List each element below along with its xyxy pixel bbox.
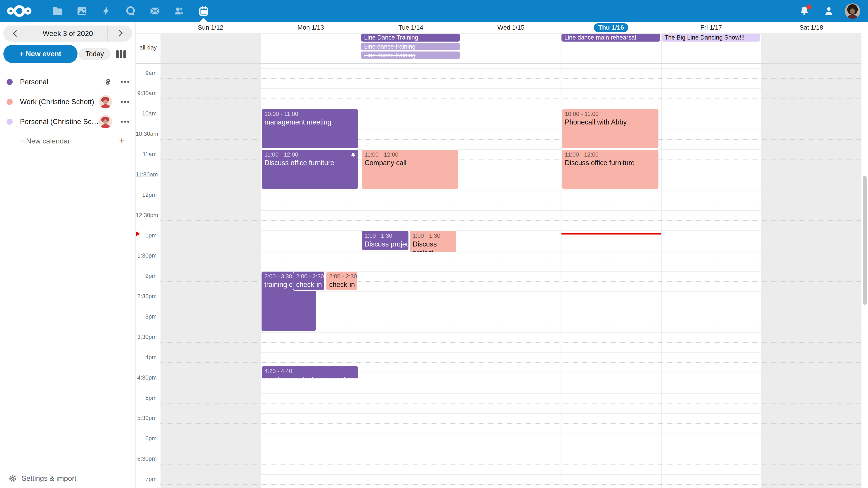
time-label: 6:30pm (135, 455, 157, 462)
contacts-menu-icon[interactable] (820, 0, 837, 22)
day-header-wed[interactable]: Wed 1/15 (461, 22, 561, 33)
day-header-mon[interactable]: Mon 1/13 (260, 22, 361, 33)
shared-calendar-avatar (99, 95, 112, 108)
half-hour-line (160, 68, 861, 68)
talk-icon[interactable] (119, 0, 143, 22)
calendar-color-dot (6, 79, 13, 85)
quarter-hour-line (160, 220, 861, 221)
event-block[interactable]: 1:00 - 1:30Discuss project announcement (361, 230, 409, 250)
event-time: 2:00 - 2:30 (329, 273, 354, 280)
allday-event[interactable]: Line dance training (361, 52, 460, 59)
event-block[interactable]: 11:00 - 12:00Discuss office furniture (261, 149, 359, 189)
calendar-name: Personal (20, 78, 49, 86)
sidebar-calendar-item[interactable]: Personal (0, 72, 135, 92)
day-column[interactable] (461, 63, 561, 488)
time-label: 3:30pm (135, 334, 157, 340)
time-label: 10:30am (135, 131, 157, 137)
event-time: 4:20 - 4:40 (265, 367, 355, 375)
event-block[interactable]: 10:00 - 11:00management meeting (261, 109, 359, 149)
settings-import-button[interactable]: Settings & import (9, 474, 76, 483)
event-block[interactable]: 11:00 - 12:00Company call (361, 149, 459, 189)
time-label: 5pm (135, 395, 157, 401)
quarter-hour-line (160, 484, 861, 485)
new-calendar-label: + New calendar (20, 137, 70, 145)
quarter-hour-line (160, 342, 861, 343)
event-block[interactable]: 1:00 - 1:30Discuss project announcement (409, 230, 457, 253)
day-header-fri[interactable]: Fri 1/17 (661, 22, 761, 33)
week-view-toggle-icon[interactable] (116, 51, 129, 58)
sidebar-calendar-item[interactable]: Personal (Christine Schott) (0, 112, 135, 132)
event-block[interactable]: 10:00 - 11:00Phonecall with Abby (561, 109, 659, 149)
day-column[interactable] (761, 63, 862, 488)
calendar-sidebar: Week 3 of 2020 + New event Today Persona… (0, 22, 135, 488)
event-time: 11:00 - 12:00 (265, 151, 355, 158)
event-block[interactable]: 2:00 - 2:30check-in (326, 271, 358, 291)
calendar-actions-menu[interactable] (120, 79, 130, 85)
day-column[interactable] (160, 63, 260, 488)
nextcloud-logo[interactable] (6, 0, 32, 22)
event-time: 1:00 - 1:30 (364, 232, 405, 239)
event-block[interactable]: 11:00 - 12:00Discuss office furniture (561, 149, 659, 189)
allday-event[interactable]: Line dance training (361, 43, 460, 51)
nextcloud-calendar-app: Week 3 of 2020 + New event Today Persona… (0, 0, 868, 488)
day-column[interactable] (661, 63, 761, 488)
half-hour-line (160, 190, 861, 190)
quarter-hour-line (160, 240, 861, 241)
half-hour-line (160, 454, 861, 454)
day-header-tue[interactable]: Tue 1/14 (361, 22, 461, 33)
files-icon[interactable] (45, 0, 70, 22)
event-block[interactable]: 4:20 - 4:40purchasing dept conversation (261, 366, 359, 379)
quarter-hour-line (160, 98, 861, 99)
calendar-actions-menu[interactable] (120, 99, 130, 105)
next-week-button[interactable] (107, 26, 132, 41)
quarter-hour-line (160, 78, 861, 78)
event-time: 10:00 - 11:00 (565, 110, 656, 118)
scrollbar-thumb[interactable] (863, 176, 867, 305)
sidebar-calendar-item[interactable]: Work (Christine Schott) (0, 92, 135, 112)
calendar-actions-menu[interactable] (120, 119, 130, 125)
event-time: 11:00 - 12:00 (365, 151, 456, 158)
column-separator (160, 33, 161, 488)
half-hour-line (160, 474, 861, 475)
day-header-thu[interactable]: Thu 1/16 (561, 22, 661, 33)
allday-event[interactable]: The Big Line Dancing Show!!! (662, 34, 760, 41)
half-hour-line (160, 352, 861, 353)
new-event-button[interactable]: + New event (3, 45, 78, 63)
current-time-arrow-icon (135, 231, 140, 236)
allday-event[interactable]: Line Dance Training (361, 34, 460, 41)
calendar-icon[interactable] (191, 0, 216, 22)
today-button[interactable]: Today (79, 48, 111, 60)
day-header-sun[interactable]: Sun 1/12 (160, 22, 260, 33)
event-block[interactable]: 2:00 - 2:30check-in (293, 271, 324, 291)
calendar-name: Work (Christine Schott) (20, 98, 94, 106)
allday-bottom-border (135, 63, 862, 64)
time-label: 3pm (135, 313, 157, 320)
user-avatar[interactable] (845, 3, 860, 19)
time-label: 2:30pm (135, 293, 157, 300)
previous-week-button[interactable] (3, 26, 28, 41)
share-link-icon[interactable] (104, 78, 112, 86)
time-label: 10am (135, 110, 157, 117)
notifications-bell-icon[interactable] (796, 0, 813, 22)
half-hour-line (160, 251, 861, 251)
photos-icon[interactable] (70, 0, 94, 22)
column-separator (661, 33, 662, 488)
day-column[interactable] (361, 63, 461, 488)
plus-icon: + (119, 135, 125, 147)
day-header-sat[interactable]: Sat 1/18 (761, 22, 862, 33)
gear-icon (9, 475, 17, 482)
activity-icon[interactable] (94, 0, 119, 22)
time-label: 6pm (135, 435, 157, 442)
event-title: Discuss office furniture (565, 158, 656, 167)
allday-event[interactable]: Line dance main rehearsal (561, 34, 660, 41)
contacts-icon[interactable] (167, 0, 192, 22)
half-hour-line (160, 393, 861, 393)
mail-icon[interactable] (143, 0, 167, 22)
time-label: 9am (135, 70, 157, 76)
new-calendar-button[interactable]: + New calendar+ (0, 132, 135, 151)
event-title: check-in (296, 280, 321, 289)
event-time: 1:00 - 1:30 (412, 232, 454, 239)
event-title: purchasing dept conversation (265, 375, 355, 379)
time-label: 1:30pm (135, 252, 157, 259)
calendar-color-dot (6, 119, 13, 125)
